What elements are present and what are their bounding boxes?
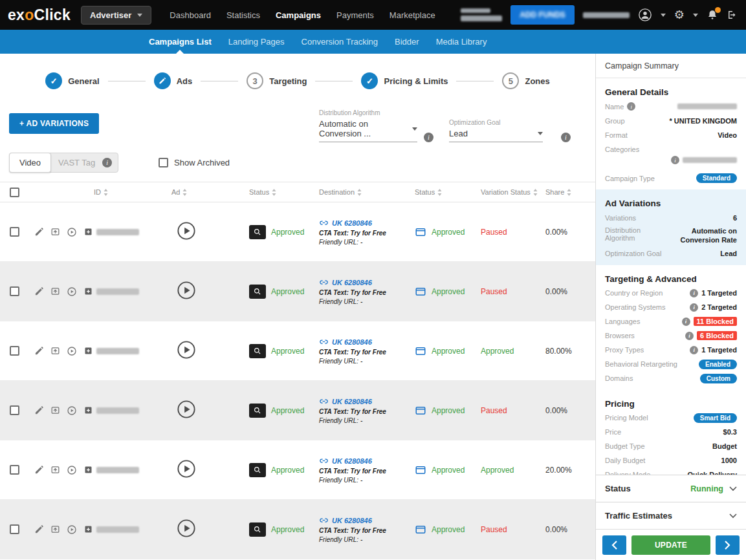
logout-icon[interactable]	[727, 9, 738, 21]
info-icon[interactable]: i	[685, 332, 694, 340]
destination-zone-link[interactable]: UK 6280846	[332, 338, 372, 346]
status-collapsible[interactable]: Status Running	[596, 475, 746, 502]
gear-icon[interactable]: ⚙	[674, 9, 685, 21]
zoom-preview-icon[interactable]	[249, 285, 266, 299]
edit-icon[interactable]	[34, 524, 44, 534]
video-preview-icon[interactable]	[177, 281, 196, 300]
landing-page-icon[interactable]	[415, 405, 426, 416]
column-ad[interactable]: Ad	[171, 188, 249, 196]
row-checkbox[interactable]	[10, 405, 19, 415]
zoom-preview-icon[interactable]	[249, 225, 266, 239]
archive-icon[interactable]	[50, 465, 60, 475]
video-preview-icon[interactable]	[177, 340, 196, 360]
info-icon[interactable]: i	[627, 102, 635, 111]
info-icon[interactable]: i	[682, 318, 690, 326]
edit-icon[interactable]	[34, 227, 44, 237]
play-pause-icon[interactable]	[67, 346, 77, 356]
nav-dashboard[interactable]: Dashboard	[170, 10, 211, 20]
add-variation-icon[interactable]	[83, 346, 93, 356]
nav-marketplace[interactable]: Marketplace	[389, 10, 435, 20]
landing-page-icon[interactable]	[415, 464, 426, 476]
play-pause-icon[interactable]	[67, 524, 77, 535]
subnav-campaigns-list[interactable]: Campaigns List	[149, 30, 212, 54]
zoom-preview-icon[interactable]	[249, 344, 266, 358]
edit-icon[interactable]	[34, 465, 44, 475]
chevron-down-icon[interactable]	[693, 14, 698, 17]
info-icon[interactable]: i	[690, 303, 698, 312]
video-preview-icon[interactable]	[177, 400, 196, 419]
row-checkbox[interactable]	[10, 465, 19, 475]
column-id[interactable]: ID	[94, 188, 171, 196]
archive-icon[interactable]	[50, 405, 60, 415]
add-variation-icon[interactable]	[83, 465, 93, 475]
show-archived-checkbox[interactable]	[159, 158, 168, 167]
select-all-checkbox[interactable]	[10, 188, 19, 197]
add-variations-button[interactable]: + AD VARIATIONS	[9, 113, 99, 134]
nav-campaigns[interactable]: Campaigns	[276, 10, 321, 20]
video-preview-icon[interactable]	[177, 459, 196, 479]
info-icon[interactable]: i	[102, 158, 112, 167]
step-ads[interactable]: Ads	[154, 72, 193, 89]
add-variation-icon[interactable]	[83, 405, 93, 415]
play-pause-icon[interactable]	[67, 465, 77, 475]
update-button[interactable]: UPDATE	[631, 535, 710, 555]
step-targeting[interactable]: 3 Targeting	[247, 72, 307, 89]
info-icon[interactable]: i	[671, 156, 679, 164]
zoom-preview-icon[interactable]	[249, 404, 266, 418]
landing-page-icon[interactable]	[415, 226, 426, 238]
subnav-media-library[interactable]: Media Library	[436, 30, 487, 54]
add-variation-icon[interactable]	[83, 524, 93, 534]
tab-vast-tag[interactable]: VAST Tag	[51, 158, 102, 167]
column-share[interactable]: Share	[545, 188, 595, 196]
step-zones[interactable]: 5 Zones	[502, 72, 549, 89]
archive-icon[interactable]	[50, 227, 60, 237]
destination-zone-link[interactable]: UK 6280846	[332, 219, 372, 227]
add-variation-icon[interactable]	[83, 286, 93, 296]
edit-icon[interactable]	[34, 405, 44, 415]
column-variation-status[interactable]: Variation Status	[481, 188, 545, 196]
destination-zone-link[interactable]: UK 6280846	[332, 398, 372, 405]
subnav-landing-pages[interactable]: Landing Pages	[228, 30, 285, 54]
exoclick-logo[interactable]: exoClick	[8, 6, 71, 24]
zoom-preview-icon[interactable]	[249, 522, 266, 537]
show-archived-toggle[interactable]: Show Archived	[159, 158, 230, 167]
destination-zone-link[interactable]: UK 6280846	[332, 457, 372, 465]
row-checkbox[interactable]	[10, 286, 19, 296]
row-checkbox[interactable]	[10, 346, 19, 356]
chevron-down-icon[interactable]	[661, 14, 666, 17]
subnav-bidder[interactable]: Bidder	[395, 30, 419, 54]
column-status[interactable]: Status	[249, 188, 319, 196]
destination-zone-link[interactable]: UK 6280846	[332, 279, 372, 286]
play-pause-icon[interactable]	[67, 286, 77, 297]
video-preview-icon[interactable]	[177, 519, 196, 538]
landing-page-icon[interactable]	[415, 345, 426, 357]
play-pause-icon[interactable]	[67, 405, 77, 416]
video-preview-icon[interactable]	[177, 221, 196, 241]
subnav-conversion-tracking[interactable]: Conversion Tracking	[302, 30, 378, 54]
landing-page-icon[interactable]	[415, 524, 426, 535]
archive-icon[interactable]	[50, 346, 60, 356]
column-status-2[interactable]: Status	[415, 188, 481, 196]
edit-icon[interactable]	[34, 286, 44, 296]
distribution-algorithm-select[interactable]: Distribution Algorithm Automatic on Conv…	[319, 109, 417, 142]
step-general[interactable]: ✓ General	[45, 72, 99, 89]
add-variation-icon[interactable]	[83, 227, 93, 237]
zoom-preview-icon[interactable]	[249, 463, 266, 477]
row-checkbox[interactable]	[10, 524, 19, 534]
account-type-dropdown[interactable]: Advertiser	[81, 6, 151, 25]
info-icon[interactable]: i	[561, 133, 571, 142]
info-icon[interactable]: i	[690, 346, 698, 354]
info-icon[interactable]: i	[424, 133, 433, 142]
nav-payments[interactable]: Payments	[336, 10, 374, 20]
traffic-estimates-collapsible[interactable]: Traffic Estimates	[596, 502, 746, 529]
nav-statistics[interactable]: Statistics	[226, 10, 260, 20]
tab-video[interactable]: Video	[9, 153, 51, 173]
archive-icon[interactable]	[50, 286, 60, 296]
optimization-goal-select[interactable]: Optimization Goal Lead	[449, 119, 543, 142]
landing-page-icon[interactable]	[415, 286, 426, 297]
archive-icon[interactable]	[50, 524, 60, 534]
edit-icon[interactable]	[34, 346, 44, 356]
next-step-button[interactable]	[716, 535, 740, 555]
play-pause-icon[interactable]	[67, 227, 77, 237]
destination-zone-link[interactable]: UK 6280846	[332, 517, 372, 524]
